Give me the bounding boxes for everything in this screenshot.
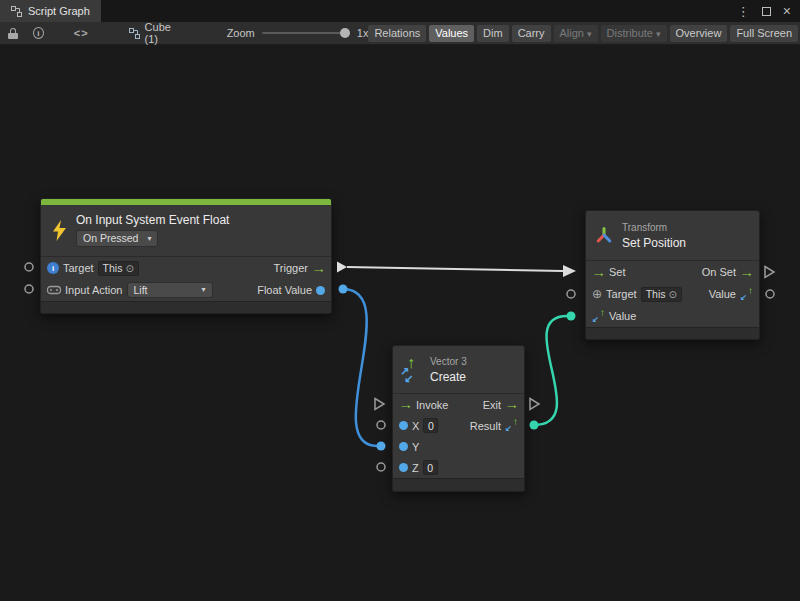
toolbar-button-align[interactable]: Align▾	[554, 25, 598, 42]
chevron-down-icon: ▾	[201, 286, 205, 294]
result-port-label: Result	[470, 420, 501, 432]
transform-node-header: Transform Set Position	[586, 211, 759, 261]
port-value-output[interactable]	[766, 290, 774, 298]
transform-node-footer	[586, 327, 759, 339]
port-y-input[interactable]	[377, 442, 386, 451]
x-port-label: X	[412, 420, 419, 432]
zoom-slider-handle[interactable]	[340, 28, 350, 38]
z-value-field[interactable]: 0	[423, 460, 438, 475]
on-set-port-label: On Set	[702, 266, 736, 278]
wire-result-to-value[interactable]	[534, 316, 567, 425]
y-row: Y	[393, 436, 524, 457]
port-event-target-input[interactable]	[25, 263, 33, 271]
transform-icon	[595, 226, 613, 245]
port-event-action-input[interactable]	[25, 285, 33, 293]
toolbar-button-values[interactable]: Values	[429, 25, 474, 42]
script-graph-icon	[129, 28, 140, 39]
exit-port-label: Exit	[483, 399, 501, 411]
target-port-label: Target	[63, 262, 94, 274]
toolbar-button-fullscreen[interactable]: Full Screen	[730, 25, 798, 42]
event-node-footer	[41, 301, 331, 313]
value-in-row: ↑↙ Value	[586, 305, 759, 327]
x-value-field[interactable]: 0	[423, 418, 438, 433]
node-transform-set-position[interactable]: Transform Set Position → Set On Set → ⊕ …	[585, 210, 760, 340]
trigger-port-label: Trigger	[274, 262, 308, 274]
vector3-node-header: ↑ ↗ ↙ Vector 3 Create	[393, 346, 524, 394]
z-row: Z 0	[393, 457, 524, 478]
toolbar-button-relations[interactable]: Relations	[368, 25, 426, 42]
toolbar-button-overview[interactable]: Overview	[670, 25, 728, 42]
window-controls: ⋮ ×	[737, 0, 800, 22]
object-picker-icon: ⊙	[668, 289, 676, 300]
gamepad-icon	[47, 285, 61, 295]
chevron-down-icon: ▾	[656, 29, 661, 39]
port-result-output[interactable]	[530, 421, 539, 430]
transform-target-object-field[interactable]: This⊙	[641, 287, 682, 302]
set-onset-row: → Set On Set →	[586, 261, 759, 283]
graph-target[interactable]: Cube (1)	[129, 21, 181, 45]
maximize-button[interactable]	[762, 7, 771, 16]
float-value-port-label: Float Value	[257, 284, 312, 296]
port-invoke-input[interactable]	[375, 399, 384, 410]
port-z-input[interactable]	[377, 463, 385, 471]
angle-brackets-icon[interactable]: <>	[74, 27, 89, 39]
node-on-input-system-event-float[interactable]: On Input System Event Float On Pressed▾ …	[40, 198, 332, 314]
zoom-value: 1x	[357, 27, 369, 39]
float-port-dot-icon	[316, 286, 325, 295]
toolbar-button-dim[interactable]: Dim	[477, 25, 509, 42]
close-button[interactable]: ×	[783, 4, 791, 18]
x-result-row: X 0 Result ↑↙	[393, 415, 524, 436]
toolbar-button-carry[interactable]: Carry	[512, 25, 551, 42]
invoke-port-label: Invoke	[416, 399, 448, 411]
value-out-port-label: Value	[709, 288, 736, 300]
window-menu-button[interactable]: ⋮	[737, 5, 750, 18]
vector3-icon: ↑ ↗ ↙	[401, 358, 421, 382]
graph-toolbar: i <> Cube (1) Zoom 1x Relations Values D…	[0, 22, 800, 45]
tab-label: Script Graph	[28, 5, 90, 17]
vector3-node-title: Create	[430, 371, 467, 383]
lightning-bolt-icon	[52, 220, 67, 241]
port-on-set-output[interactable]	[765, 267, 774, 278]
flow-arrow-icon: →	[311, 262, 326, 275]
lock-icon[interactable]	[8, 28, 17, 39]
object-picker-icon: ⊙	[125, 263, 133, 274]
flow-arrow-icon: →	[504, 398, 519, 411]
target-object-field[interactable]: This⊙	[98, 261, 139, 276]
input-action-port-label: Input Action	[65, 284, 123, 296]
event-mode-dropdown[interactable]: On Pressed▾	[76, 230, 158, 247]
x-port-dot-icon	[399, 421, 408, 430]
tab-script-graph[interactable]: Script Graph	[0, 0, 101, 22]
event-node-header: On Input System Event Float On Pressed▾	[41, 205, 331, 257]
transform-type-label: Transform	[622, 223, 686, 233]
vector3-type-label: Vector 3	[430, 357, 467, 367]
port-float-value-output[interactable]	[339, 285, 348, 294]
z-port-label: Z	[412, 462, 419, 474]
graph-tab-icon	[11, 6, 22, 17]
wire-floatvalue-to-y[interactable]	[343, 289, 377, 446]
set-port-label: Set	[609, 266, 626, 278]
vector-result-icon: ↑↙	[505, 419, 518, 432]
node-vector3-create[interactable]: ↑ ↗ ↙ Vector 3 Create → Invoke Exit → X	[392, 345, 525, 492]
port-set-target-input[interactable]	[567, 290, 575, 298]
titlebar: Script Graph ⋮ ×	[0, 0, 800, 22]
event-target-row: i Target This⊙ Trigger →	[41, 257, 331, 279]
zoom-control: Zoom 1x	[227, 27, 369, 39]
toolbar-button-distribute[interactable]: Distribute▾	[601, 25, 667, 42]
chevron-down-icon: ▾	[587, 29, 592, 39]
event-action-row: Input Action Lift▾ Float Value	[41, 279, 331, 301]
vector-value-icon: ↑↙	[592, 310, 605, 323]
port-trigger-output[interactable]	[337, 262, 347, 273]
wire-arrowhead-icon	[563, 265, 576, 277]
port-exit-output[interactable]	[530, 399, 539, 410]
wire-trigger-to-set[interactable]	[347, 267, 563, 271]
chevron-down-icon: ▾	[147, 235, 151, 243]
flow-arrow-icon: →	[591, 266, 606, 279]
port-x-input[interactable]	[377, 421, 385, 429]
info-icon[interactable]: i	[33, 27, 44, 39]
event-node-title: On Input System Event Float	[76, 214, 229, 226]
y-port-dot-icon	[399, 442, 408, 451]
zoom-label: Zoom	[227, 27, 255, 39]
port-value-input[interactable]	[567, 312, 576, 321]
zoom-slider[interactable]	[262, 32, 350, 34]
input-action-dropdown[interactable]: Lift▾	[127, 282, 213, 299]
